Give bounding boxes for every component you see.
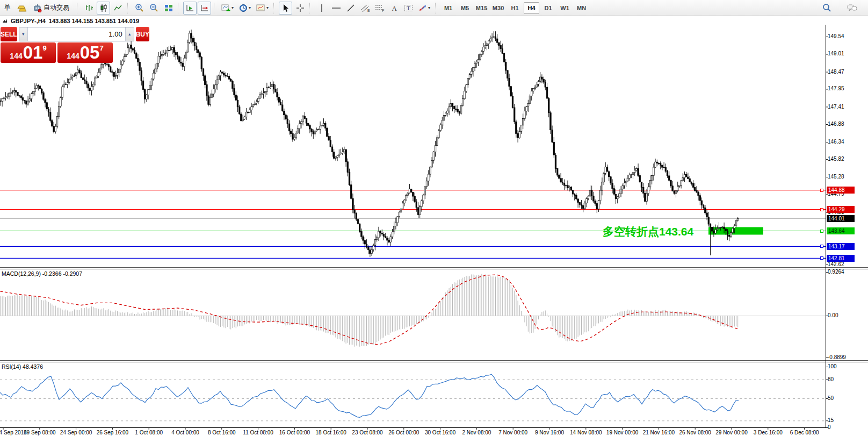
search-icon [822,3,831,12]
sell-price-point: 9 [42,44,46,52]
candlestick-chart-button[interactable] [97,2,110,15]
auto-trading-robot-icon [33,4,42,12]
indicators-caret-icon: ▾ [232,5,234,10]
chart-symbol-title: GBPJPY-,H4 [11,18,46,24]
equidistant-channel-icon: E [360,4,370,12]
crosshair-icon [296,4,305,12]
timeframe-h1[interactable]: H1 [507,2,523,14]
toolbar-separator [273,3,276,13]
svg-text:T: T [407,5,410,11]
indicators-add-icon [221,4,230,12]
arrows-icon [418,4,427,12]
cursor-button[interactable] [279,2,292,15]
cursor-icon [282,4,290,12]
toolbar-separator [309,3,312,13]
arrows-button[interactable]: ▾ [416,2,432,15]
periods-caret-icon: ▾ [249,5,251,10]
buy-price-pips: 05 [80,42,100,63]
line-chart-button[interactable] [111,2,125,15]
text-label-icon: T [404,4,413,12]
zoom-out-icon [149,3,158,12]
trendline-button[interactable] [344,2,357,15]
rsi-indicator-label: RSI(14) 48.4376 [2,363,43,370]
new-order-label: 单 [4,3,11,12]
timeframe-m5[interactable]: M5 [457,2,473,14]
chart-ohlc-values: 143.883 144.155 143.851 144.019 [49,18,139,24]
toolbar-separator [178,3,180,13]
sell-price-figure: 144 [10,52,22,60]
volume-input[interactable] [28,27,125,41]
periods-button[interactable]: ▾ [237,2,253,15]
search-button[interactable] [820,2,834,15]
crosshair-button[interactable] [293,2,307,15]
toolbar-separator [214,3,216,13]
tile-windows-icon [164,4,173,12]
chat-icon [847,4,857,12]
new-order-button[interactable]: 单 [1,2,14,15]
auto-trading-button[interactable]: 自动交易 [30,2,74,15]
chart-shift-icon [200,4,209,12]
buy-price-figure: 144 [67,52,79,60]
arrows-caret-icon: ▾ [428,5,430,10]
vertical-line-icon [318,4,326,12]
buy-button[interactable]: BUY [136,27,149,41]
chart-window-icon [2,18,8,24]
timeframe-group: M1M5M15M30H1H4D1W1MN [440,0,590,16]
svg-text:A: A [392,4,397,12]
templates-icon [256,4,265,12]
horizontal-line-icon [331,4,341,12]
gold-bar-icon-svg [17,4,27,12]
line-chart-icon [114,4,122,12]
horizontal-line-button[interactable] [329,2,343,15]
chart-canvas[interactable] [0,0,868,443]
vertical-line-button[interactable] [315,2,328,15]
toolbar-separator [127,3,130,13]
templates-button[interactable]: ▾ [254,2,271,15]
templates-caret-icon: ▾ [266,5,269,10]
text-button[interactable]: A [387,2,401,15]
chart-shift-button[interactable] [198,2,211,15]
timeframe-d1[interactable]: D1 [540,2,556,14]
sell-button[interactable]: SELL [1,27,17,41]
volume-decrease-button[interactable]: ▼ [19,27,28,41]
auto-trading-label: 自动交易 [44,3,69,12]
timeframe-m30[interactable]: M30 [490,2,506,14]
equidistant-channel-button[interactable]: E [358,2,372,15]
svg-text:E: E [367,9,370,12]
fibonacci-icon: F [375,4,385,12]
volume-increase-button[interactable]: ▲ [125,27,134,41]
zoom-in-button[interactable] [133,2,146,15]
chart-title-row: GBPJPY-,H4 143.883 144.155 143.851 144.0… [2,18,139,24]
svg-text:F: F [382,9,384,12]
buy-price-point: 7 [99,44,103,52]
main-toolbar: 单 自动交易 [0,0,868,16]
timeframe-h4[interactable]: H4 [524,2,539,14]
macd-indicator-label: MACD(12,26,9) -0.2366 -0.2907 [2,270,82,277]
chat-button[interactable] [845,2,859,15]
mt4-window: 单 自动交易 [0,0,868,443]
timeframe-m15[interactable]: M15 [474,2,489,14]
trendline-icon [346,4,355,12]
toolbar-separator [435,3,438,13]
timeframe-mn[interactable]: MN [574,2,589,14]
buy-price-tile[interactable]: 144 05 7 [57,42,113,63]
auto-scroll-icon [186,4,194,12]
gold-bar-icon[interactable] [15,2,28,15]
timeframe-w1[interactable]: W1 [557,2,573,14]
bar-chart-button[interactable] [82,2,96,15]
tile-windows-button[interactable] [162,2,175,15]
volume-spinner: ▼ ▲ [19,27,134,41]
bar-chart-icon [85,4,93,12]
indicators-button[interactable]: ▾ [219,2,236,15]
timeframe-m1[interactable]: M1 [440,2,456,14]
text-label-button[interactable]: T [402,2,415,15]
fibonacci-button[interactable]: F [373,2,386,15]
auto-scroll-button[interactable] [183,2,197,15]
sell-price-tile[interactable]: 144 01 9 [1,42,56,63]
candlestick-chart-icon [99,4,108,12]
text-icon: A [390,4,398,12]
chart-annotation-text: 多空转折点143.64 [603,224,693,239]
zoom-in-icon [135,3,144,12]
sell-price-pips: 01 [23,42,43,63]
zoom-out-button[interactable] [147,2,161,15]
